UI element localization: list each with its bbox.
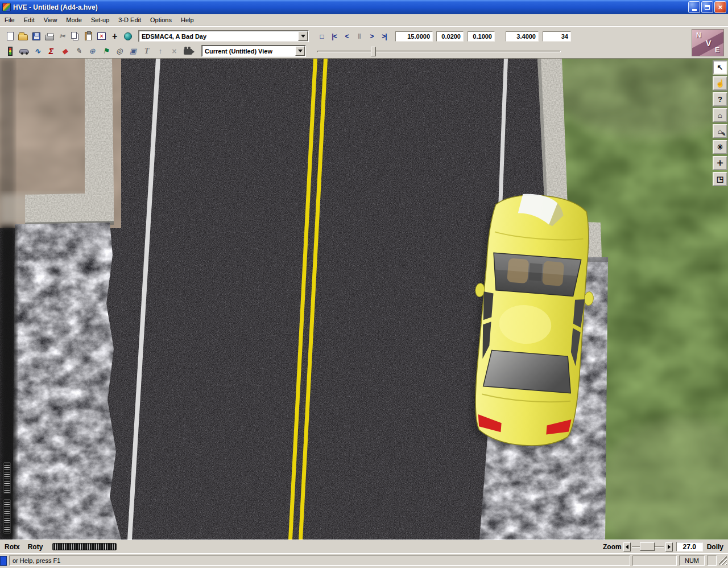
copy-button[interactable] xyxy=(69,30,82,42)
camera-icon xyxy=(184,49,192,55)
vehicle-icon xyxy=(19,49,29,53)
cross-button[interactable]: × xyxy=(167,45,181,57)
frame-readout[interactable]: 34 xyxy=(543,31,571,42)
menu-help[interactable]: Help xyxy=(176,15,198,24)
minimize-icon xyxy=(692,9,697,11)
restore-button[interactable] xyxy=(701,1,713,13)
view-all-icon: ☀ xyxy=(717,143,723,151)
zoom-increase-button[interactable] xyxy=(665,542,673,551)
playback-transport: □ |< < ‖ > >| xyxy=(316,31,390,42)
rot-thumbwheel[interactable] xyxy=(52,543,117,550)
rotx-thumbwheel[interactable] xyxy=(3,462,11,494)
print-button[interactable] xyxy=(43,30,56,42)
cube-button[interactable]: ▣ xyxy=(126,45,140,57)
toolbar-area: ✂ × + EDSMAC4, A Bad Day □ |< < ‖ > >| 1… xyxy=(0,26,728,59)
up-arrow-icon: ↑ xyxy=(159,47,163,55)
seek-tool[interactable]: ✛ xyxy=(713,156,727,170)
roty-thumbwheel[interactable] xyxy=(3,499,11,534)
home-icon: ⌂ xyxy=(718,112,722,119)
zoom-slider[interactable] xyxy=(632,542,664,552)
menu-edit[interactable]: Edit xyxy=(19,15,39,24)
new-document-icon xyxy=(7,32,14,40)
time-readout-3[interactable]: 0.1000 xyxy=(468,31,495,42)
animation-slider-thumb[interactable] xyxy=(371,47,376,56)
status-icon xyxy=(0,556,7,566)
restore-icon xyxy=(705,5,710,10)
menubar: File Edit View Mode Set-up 3-D Edit Opti… xyxy=(0,14,728,26)
step-back-button[interactable]: < xyxy=(341,31,353,42)
cut-button[interactable]: ✂ xyxy=(56,30,69,42)
cross-icon: × xyxy=(172,47,176,55)
skip-to-end-button[interactable]: >| xyxy=(378,31,390,42)
pick-arrow-icon: ↖ xyxy=(717,64,723,71)
animation-slider[interactable] xyxy=(317,46,561,57)
marker-button[interactable]: ⊕ xyxy=(85,45,99,57)
close-button[interactable]: × xyxy=(714,1,726,13)
pause-button[interactable]: ‖ xyxy=(353,31,365,42)
zoom-decrease-button[interactable] xyxy=(623,542,631,551)
pick-arrow-tool[interactable]: ↖ xyxy=(713,60,727,75)
pencil-button[interactable]: ✎ xyxy=(72,45,85,57)
globe-icon xyxy=(124,32,132,40)
up-arrow-button[interactable]: ↑ xyxy=(154,45,167,57)
viewport-3d[interactable]: ↖ ☝ ? ⌂ ⌂✎ ☀ ✛ ◳ xyxy=(0,59,728,540)
sigma-button[interactable]: Σ xyxy=(44,45,58,57)
menu-options[interactable]: Options xyxy=(146,15,176,24)
home-view-tool[interactable]: ⌂ xyxy=(713,108,727,122)
zoom-value-field[interactable]: 27.0 xyxy=(676,542,703,551)
view-selector[interactable]: Current (Untitled) View xyxy=(201,45,306,57)
event-window-button[interactable]: × xyxy=(95,30,108,42)
flag-button[interactable]: ⚑ xyxy=(99,45,113,57)
window-title: HVE - Untitled (Ad4-a.hve) xyxy=(13,3,688,11)
menu-view[interactable]: View xyxy=(39,15,62,24)
seek-icon: ✛ xyxy=(717,159,723,167)
stop-button[interactable]: □ xyxy=(316,31,328,42)
target-button[interactable]: ◎ xyxy=(113,45,126,57)
trajectory-button[interactable]: ∿ xyxy=(31,45,44,57)
set-home-view-tool[interactable]: ⌂✎ xyxy=(713,124,727,138)
menu-3d-edit[interactable]: 3-D Edit xyxy=(114,15,146,24)
text-tool-button[interactable]: T xyxy=(140,45,154,57)
time-readout-4[interactable]: 3.4000 xyxy=(506,31,539,42)
nve-logo-letter-n: N xyxy=(696,31,701,39)
titlebar: HVE - Untitled (Ad4-a.hve) × xyxy=(0,0,728,14)
view-all-tool[interactable]: ☀ xyxy=(713,140,727,154)
skip-to-start-button[interactable]: |< xyxy=(328,31,340,42)
perspective-tool[interactable]: ◳ xyxy=(713,172,727,186)
menu-file[interactable]: File xyxy=(0,15,19,24)
add-button[interactable]: + xyxy=(108,30,121,42)
status-message: or Help, press F1 xyxy=(9,555,630,566)
close-icon: × xyxy=(718,3,723,11)
help-tool[interactable]: ? xyxy=(713,92,727,106)
status-pane-empty xyxy=(632,555,677,566)
minimize-button[interactable] xyxy=(688,1,700,13)
globe-button[interactable] xyxy=(121,30,134,42)
resize-grip[interactable] xyxy=(719,556,727,565)
paste-button[interactable] xyxy=(82,30,95,42)
time-readout-2[interactable]: 0.0200 xyxy=(436,31,464,42)
toolbar-row-1: ✂ × + EDSMAC4, A Bad Day □ |< < ‖ > >| 1… xyxy=(0,27,728,44)
new-document-button[interactable] xyxy=(3,30,16,42)
vehicle-button[interactable] xyxy=(17,45,31,57)
step-forward-button[interactable]: > xyxy=(366,31,378,42)
marker-icon: ⊕ xyxy=(89,47,96,55)
traffic-signal-button[interactable] xyxy=(3,45,17,57)
collision-button[interactable]: ◆ xyxy=(58,45,72,57)
open-folder-button[interactable] xyxy=(16,30,30,42)
menu-setup[interactable]: Set-up xyxy=(86,15,114,24)
chevron-down-icon[interactable] xyxy=(298,31,308,41)
flag-icon: ⚑ xyxy=(102,47,109,55)
pan-hand-tool[interactable]: ☝ xyxy=(713,76,727,90)
camera-button[interactable] xyxy=(181,45,195,57)
toolbar-row-2: ∿ Σ ◆ ✎ ⊕ ⚑ ◎ ▣ T ↑ × Current (Untitled)… xyxy=(0,44,728,58)
paste-icon xyxy=(85,32,92,40)
roty-label: Roty xyxy=(28,543,43,551)
menu-mode[interactable]: Mode xyxy=(61,15,86,24)
save-button[interactable] xyxy=(30,30,43,42)
time-readout-1[interactable]: 15.0000 xyxy=(395,31,433,42)
pencil-icon: ✎ xyxy=(76,47,82,55)
event-selector[interactable]: EDSMAC4, A Bad Day xyxy=(138,30,309,42)
text-tool-icon: T xyxy=(144,47,150,55)
zoom-slider-thumb[interactable] xyxy=(640,542,655,551)
chevron-down-icon[interactable] xyxy=(295,46,305,56)
